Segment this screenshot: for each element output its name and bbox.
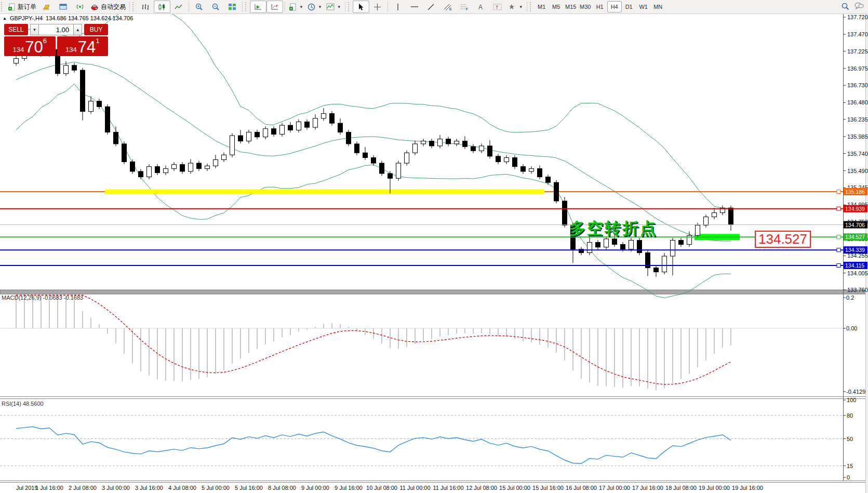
indicators-dropdown[interactable]: ▼ — [324, 1, 343, 13]
shapes-dropdown[interactable]: ▼ — [506, 1, 525, 13]
candle-body — [604, 239, 609, 247]
bar-chart-icon — [141, 3, 150, 11]
time-label: 12 Jul 08:00 — [466, 485, 497, 491]
candle-body — [322, 114, 326, 118]
candle-body — [729, 208, 733, 224]
candlestick-chart-button[interactable] — [154, 1, 170, 13]
new-chart-dropdown[interactable]: ▼ — [287, 1, 305, 13]
candle-body — [130, 162, 135, 171]
candle-body — [72, 65, 77, 70]
tab-timeframe-h4[interactable]: H4 — [607, 1, 622, 12]
time-label: 3 Jul 16:00 — [135, 485, 163, 491]
candle-body — [504, 157, 509, 162]
sell-price[interactable]: 134 70 6 — [4, 36, 56, 56]
horizontal-line-tool[interactable] — [406, 1, 423, 13]
candle-body — [64, 65, 69, 74]
collapse-arrow-icon[interactable]: ▲ — [3, 16, 7, 21]
candle-body — [554, 182, 559, 201]
chat-icon[interactable] — [854, 2, 864, 11]
line-chart-button[interactable] — [170, 1, 187, 13]
sell-button[interactable]: SELL — [4, 24, 28, 35]
time-label: 9 Jul 00:00 — [301, 485, 329, 491]
candle-body — [355, 144, 359, 153]
time-label: 2 Jul 08:00 — [69, 485, 97, 491]
svg-text:133.760: 133.760 — [847, 287, 868, 293]
line-anchor[interactable] — [837, 190, 840, 193]
tab-timeframe-m1[interactable]: M1 — [535, 1, 549, 12]
yellow-zone[interactable] — [105, 189, 544, 194]
tab-timeframe-m5[interactable]: M5 — [549, 1, 564, 12]
svg-text:F: F — [466, 7, 468, 11]
equidistant-channel-tool[interactable]: E — [439, 1, 456, 13]
auto-trading-button[interactable]: 自动交易 — [88, 1, 128, 13]
symbol-ohlc: 134.686 134.765 134.624 134.706 — [46, 15, 133, 21]
chart-shift-button[interactable] — [266, 1, 283, 13]
candle-body — [671, 241, 675, 256]
candle-body — [637, 241, 642, 253]
cursor-tool-button[interactable] — [353, 1, 369, 13]
new-chart-icon — [289, 3, 297, 11]
candle-body — [621, 245, 625, 249]
time-label: 4 Jul 08:00 — [168, 485, 196, 491]
time-label: 11 Jul 16:00 — [433, 485, 463, 491]
tab-timeframe-w1[interactable]: W1 — [636, 1, 651, 12]
trendline-tool[interactable] — [423, 1, 439, 13]
clock-icon — [308, 3, 315, 11]
chart-annotation-text[interactable]: 多空转折点 — [569, 218, 658, 239]
time-label: 17 Jul 00:00 — [599, 485, 630, 491]
signals-button[interactable] — [72, 1, 88, 13]
time-axis[interactable]: Jul 20191 Jul 16:002 Jul 08:003 Jul 00:0… — [16, 485, 763, 491]
new-order-icon — [8, 3, 16, 11]
text-label-tool[interactable]: T — [489, 1, 506, 13]
tab-timeframe-h1[interactable]: H1 — [593, 1, 607, 12]
line-anchor[interactable] — [837, 263, 840, 267]
svg-text:134.339: 134.339 — [845, 247, 865, 253]
line-anchor[interactable] — [837, 248, 840, 252]
tile-windows-button[interactable] — [224, 1, 241, 13]
time-label: 15 Jul 16:00 — [532, 485, 564, 491]
crosshair-tool-button[interactable] — [369, 1, 386, 13]
time-label: 19 Jul 00:00 — [699, 485, 730, 491]
pane-separator-main-macd[interactable] — [0, 290, 868, 294]
candle-body — [421, 141, 426, 144]
search-icon[interactable] — [841, 2, 849, 12]
text-tool[interactable]: A — [473, 1, 489, 13]
bar-chart-button[interactable] — [137, 1, 154, 13]
price-callout-box[interactable]: 134.527 — [755, 231, 811, 248]
volume-decrease-button[interactable]: ▼ — [30, 24, 39, 35]
chevron-down-icon: ▼ — [337, 5, 341, 9]
tab-timeframe-m30[interactable]: M30 — [578, 1, 593, 12]
tab-timeframe-m15[interactable]: M15 — [564, 1, 578, 12]
candle-body — [89, 101, 94, 112]
volume-input[interactable] — [39, 24, 73, 35]
candle-body — [180, 165, 185, 171]
candle-body — [155, 167, 160, 173]
tab-timeframe-d1[interactable]: D1 — [622, 1, 636, 12]
chart-canvas[interactable]: 137.720137.470137.225136.975136.730136.4… — [0, 0, 868, 493]
candle-body — [704, 217, 709, 225]
auto-scroll-button[interactable] — [250, 1, 266, 13]
candle-body — [496, 156, 501, 162]
zoom-out-icon — [211, 3, 220, 11]
volume-increase-button[interactable]: ▲ — [73, 24, 82, 35]
candle-body — [230, 136, 235, 155]
vertical-line-tool[interactable] — [390, 1, 406, 13]
buy-button[interactable]: BUY — [84, 24, 108, 35]
line-anchor[interactable] — [837, 235, 840, 239]
candle-body — [612, 239, 617, 245]
zoom-out-button[interactable] — [207, 1, 224, 13]
market-watch-button[interactable] — [38, 1, 55, 13]
window-icon — [59, 3, 68, 10]
periods-dropdown[interactable]: ▼ — [305, 1, 324, 13]
line-chart-icon — [175, 3, 183, 11]
svg-text:-0.4129: -0.4129 — [846, 389, 865, 395]
time-label: 11 Jul 00:00 — [399, 485, 430, 491]
new-order-button[interactable]: 新订单 — [6, 1, 38, 13]
data-window-button[interactable] — [55, 1, 72, 13]
fibonacci-tool[interactable]: F — [456, 1, 473, 13]
line-anchor[interactable] — [837, 207, 840, 210]
zoom-in-button[interactable] — [191, 1, 207, 13]
candle-body — [313, 118, 318, 127]
tab-timeframe-mn[interactable]: MN — [651, 1, 665, 12]
buy-price[interactable]: 134 74 1 — [57, 36, 109, 56]
